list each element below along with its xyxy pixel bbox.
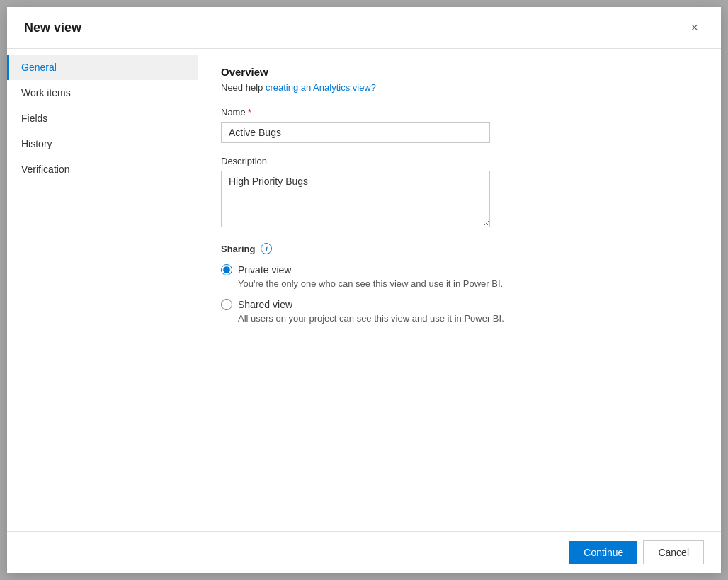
dialog-title: New view <box>24 21 81 35</box>
sidebar-item-verification-label: Verification <box>21 164 69 175</box>
private-view-text: Private view <box>238 264 291 275</box>
sidebar-item-work-items-label: Work items <box>21 87 71 98</box>
help-link[interactable]: creating an Analytics view? <box>266 82 376 93</box>
shared-view-label[interactable]: Shared view <box>221 299 698 310</box>
sidebar: General Work items Fields History Verifi… <box>7 49 198 531</box>
new-view-dialog: New view × General Work items Fields His… <box>7 7 721 573</box>
dialog-header: New view × <box>7 7 721 49</box>
close-button[interactable]: × <box>685 18 704 37</box>
help-text: Need help creating an Analytics view? <box>221 82 698 93</box>
description-textarea[interactable] <box>221 171 490 227</box>
shared-view-text: Shared view <box>238 299 292 310</box>
sidebar-item-history[interactable]: History <box>7 131 198 157</box>
private-view-description: You're the only one who can see this vie… <box>238 278 698 289</box>
sidebar-item-general-label: General <box>21 62 57 73</box>
private-view-radio[interactable] <box>221 264 232 275</box>
cancel-button[interactable]: Cancel <box>643 540 704 564</box>
sidebar-item-fields-label: Fields <box>21 113 47 124</box>
help-text-prefix: Need help <box>221 82 266 93</box>
info-icon: i <box>261 243 272 254</box>
shared-view-radio[interactable] <box>221 299 232 310</box>
name-input[interactable] <box>221 122 490 143</box>
overview-title: Overview <box>221 66 698 78</box>
dialog-footer: Continue Cancel <box>7 531 721 573</box>
sidebar-item-general[interactable]: General <box>7 55 198 80</box>
content-area: Overview Need help creating an Analytics… <box>198 49 721 531</box>
sidebar-item-fields[interactable]: Fields <box>7 106 198 131</box>
description-label: Description <box>221 156 698 166</box>
sidebar-item-verification[interactable]: Verification <box>7 157 198 182</box>
description-field-group: Description <box>221 156 698 230</box>
name-field-group: Name* <box>221 107 698 143</box>
required-star: * <box>248 107 251 118</box>
sidebar-item-work-items[interactable]: Work items <box>7 80 198 106</box>
shared-view-description: All users on your project can see this v… <box>238 313 698 324</box>
continue-button[interactable]: Continue <box>569 541 637 564</box>
private-view-option: Private view You're the only one who can… <box>221 264 698 289</box>
dialog-body: General Work items Fields History Verifi… <box>7 49 721 531</box>
name-label: Name* <box>221 107 698 118</box>
sidebar-item-history-label: History <box>21 138 52 149</box>
shared-view-option: Shared view All users on your project ca… <box>221 299 698 324</box>
private-view-label[interactable]: Private view <box>221 264 698 275</box>
sharing-label: Sharing <box>221 244 255 254</box>
sharing-row: Sharing i <box>221 243 698 254</box>
dialog-overlay: New view × General Work items Fields His… <box>0 0 728 580</box>
